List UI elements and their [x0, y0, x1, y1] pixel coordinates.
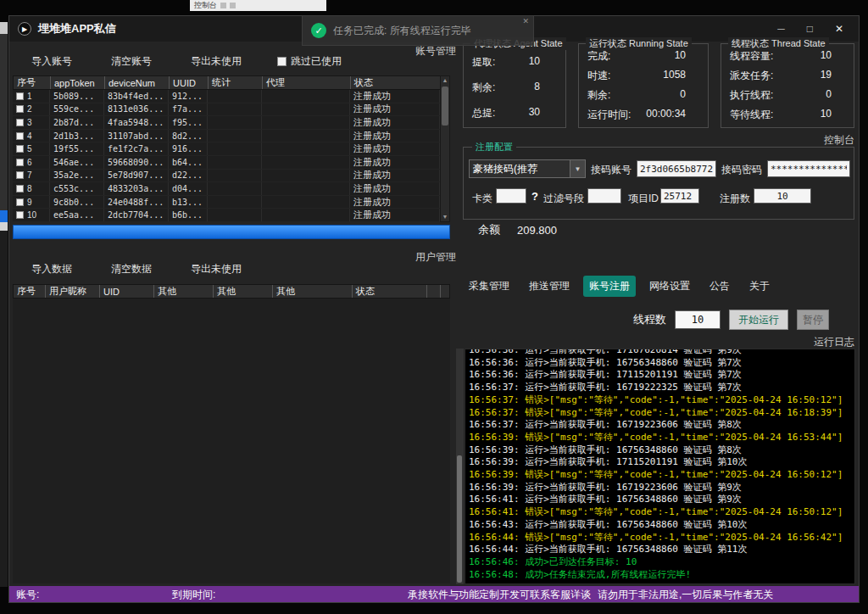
- row-index-cell: 1: [13, 90, 50, 103]
- row-checkbox[interactable]: [16, 198, 24, 206]
- table-cell: 注册成功: [350, 209, 440, 221]
- column-header: 状态: [351, 76, 441, 89]
- row-checkbox[interactable]: [16, 171, 24, 179]
- import-accounts-button[interactable]: 导入账号: [28, 52, 75, 71]
- log-line: 16:56:46: 成功>已到达任务目标: 10: [469, 556, 854, 569]
- thread-count-input[interactable]: [675, 310, 721, 329]
- table-cell: 8131e036...: [104, 103, 169, 116]
- skip-used-checkbox[interactable]: [277, 57, 287, 66]
- background-edge-fragment: [0, 22, 8, 34]
- table-cell: d04...: [169, 182, 208, 195]
- background-window-strip: 控制台: [190, 0, 326, 11]
- card-type-label: 卡类: [472, 192, 492, 206]
- clear-accounts-button[interactable]: 清空账号: [108, 52, 155, 71]
- import-data-button[interactable]: 导入数据: [28, 260, 75, 279]
- row-checkbox[interactable]: [16, 159, 24, 166]
- export-unused-accounts-button[interactable]: 导出未使用: [187, 52, 245, 71]
- skip-used-checkbox-group[interactable]: 跳过已使用: [277, 54, 342, 69]
- table-cell: [208, 196, 262, 209]
- table-row[interactable]: 15b089...83b4f4ed...912...注册成功: [13, 90, 450, 103]
- table-row[interactable]: 32b87d...4faa5948...f95...注册成功: [13, 116, 450, 130]
- row-checkbox[interactable]: [16, 145, 24, 153]
- register-count-input[interactable]: [754, 188, 811, 204]
- row-checkbox[interactable]: [16, 105, 24, 113]
- row-index-cell: 6: [13, 156, 50, 169]
- table-row[interactable]: 2559ce...8131e036...f7a...注册成功: [13, 103, 450, 117]
- table-row[interactable]: 10ee5aa...2dcb7704...b6b...注册成功: [13, 209, 450, 222]
- log-lines: 16:56:36: 运行>当前获取手机: 17167620814 验证码 第9次…: [469, 349, 854, 581]
- status-group-title: 线程状态 Thread State: [728, 37, 829, 50]
- row-checkbox[interactable]: [16, 132, 24, 140]
- account-table: 序号appTokendeviceNumUUID统计代理状态 15b089...8…: [13, 75, 450, 223]
- status-groups: 代理状态 Agent State提取:10剩余:8总提:30运行状态 Runni…: [463, 43, 854, 128]
- table-row[interactable]: 99c8b0...24e0488f...b13...注册成功: [13, 196, 450, 209]
- log-line: 16:56:39: 运行>当前获取手机: 16756348860 验证码 第8次: [469, 444, 854, 457]
- status-value: 10: [529, 55, 540, 70]
- tab-push[interactable]: 推送管理: [523, 276, 576, 297]
- table-cell: 31107abd...: [104, 130, 169, 142]
- clear-data-button[interactable]: 清空数据: [108, 260, 155, 279]
- account-table-scrollbar[interactable]: ▲ ▼: [440, 75, 450, 222]
- project-id-input[interactable]: [660, 188, 699, 204]
- filter-segment-input[interactable]: [587, 188, 621, 204]
- table-cell: [262, 130, 350, 142]
- close-button[interactable]: ✕: [835, 23, 843, 35]
- toast-text: 任务已完成: 所有线程运行完毕: [333, 24, 471, 38]
- status-value: 10: [675, 49, 686, 64]
- status-value: 1058: [663, 69, 686, 83]
- minimize-button[interactable]: ─: [777, 23, 785, 35]
- tab-about[interactable]: 关于: [743, 276, 776, 297]
- table-cell: [208, 116, 262, 129]
- chevron-down-icon[interactable]: ▼: [570, 160, 585, 177]
- scroll-down-icon[interactable]: ▼: [442, 213, 448, 221]
- background-edge-fragment: [0, 222, 8, 231]
- scroll-up-icon[interactable]: ▲: [442, 76, 448, 85]
- table-row[interactable]: 519f55...fe1f2c7a...916...注册成功: [13, 142, 450, 156]
- balance-value: 209.800: [517, 224, 557, 237]
- card-type-input[interactable]: [496, 188, 526, 204]
- log-scrollbar[interactable]: [456, 349, 464, 584]
- sms-password-input[interactable]: [767, 160, 850, 177]
- row-number: 9: [27, 198, 32, 207]
- table-row[interactable]: 42d1b3...31107abd...8d2...注册成功: [13, 130, 450, 143]
- table-cell: [262, 142, 350, 155]
- toast-close-icon[interactable]: ✕: [522, 17, 529, 25]
- log-scrollbar-thumb[interactable]: [457, 455, 462, 583]
- tab-notice[interactable]: 公告: [704, 276, 736, 297]
- tab-collect[interactable]: 采集管理: [463, 276, 515, 297]
- maximize-button[interactable]: □: [807, 23, 813, 35]
- table-row[interactable]: 735a2e...5e78d907...d22...注册成功: [13, 170, 450, 183]
- row-checkbox[interactable]: [16, 211, 24, 219]
- status-row: 运行时间:00:00:34: [579, 108, 708, 122]
- tab-register[interactable]: 账号注册: [583, 276, 636, 297]
- status-key: 执行线程:: [730, 88, 773, 103]
- status-value: 0: [680, 88, 686, 103]
- table-cell: [262, 209, 350, 221]
- status-row: 提取:10: [464, 55, 565, 70]
- status-value: 8: [534, 81, 540, 95]
- app-window: ▶ 埋堆堆APP私信 ─ □ ✕ 账号管理 导入账号 清空账号 导出未使用 跳过…: [8, 15, 860, 603]
- row-checkbox[interactable]: [16, 92, 24, 100]
- sms-provider-dropdown[interactable]: 豪猪接码(推荐 ▼: [469, 159, 586, 178]
- scrollbar-thumb[interactable]: [442, 87, 448, 126]
- status-row: 剩余:8: [464, 81, 565, 95]
- log-line: 16:56:37: 错误>["msg":"等待","code":-1,"time…: [469, 394, 854, 407]
- row-checkbox[interactable]: [16, 185, 24, 193]
- console-label: 控制台: [463, 133, 854, 148]
- pause-button[interactable]: 暂停: [797, 310, 829, 330]
- table-row[interactable]: 6546ae...59668090...b64...注册成功: [13, 156, 450, 170]
- help-icon[interactable]: ?: [531, 190, 538, 203]
- tab-network[interactable]: 网络设置: [643, 276, 696, 297]
- export-unused-data-button[interactable]: 导出未使用: [187, 260, 245, 279]
- table-cell: 5e78d907...: [104, 170, 169, 182]
- column-header: 统计: [209, 76, 263, 89]
- sms-account-input[interactable]: [637, 160, 716, 177]
- table-row[interactable]: 8c553c...4833203a...d04...注册成功: [13, 182, 450, 196]
- row-number: 5: [27, 144, 32, 154]
- column-header: 序号: [14, 76, 51, 89]
- log-line: 16:56:37: 运行>当前获取手机: 16719223606 验证码 第8次: [469, 419, 854, 432]
- status-row: 剩余:0: [579, 88, 708, 103]
- status-group: 线程状态 Thread State线程容量:10派发任务:19执行线程:0等待线…: [721, 43, 854, 128]
- start-run-button[interactable]: 开始运行: [729, 310, 788, 330]
- row-checkbox[interactable]: [16, 119, 24, 126]
